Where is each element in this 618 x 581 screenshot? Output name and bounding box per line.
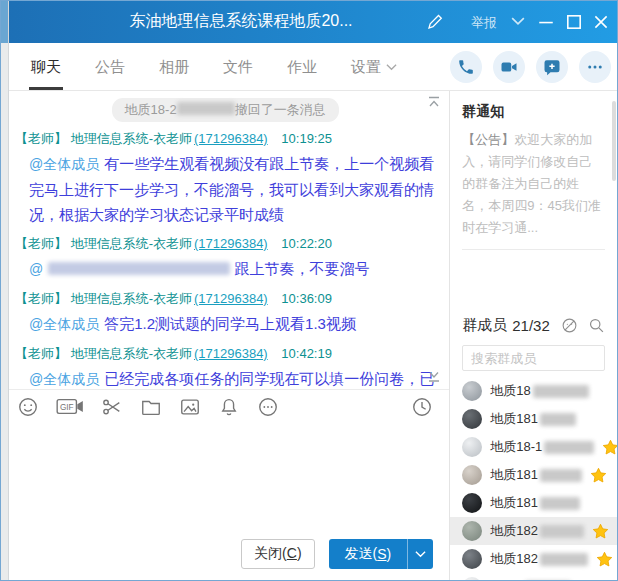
star-badge-icon [590, 467, 607, 484]
member-row[interactable]: 地质18-1 [450, 433, 617, 461]
member-avatar [462, 493, 482, 513]
member-row[interactable]: 地质181 [450, 405, 617, 433]
mute-all-icon[interactable] [561, 317, 578, 334]
member-row[interactable]: 地质181 [450, 489, 617, 517]
censored-name [544, 441, 594, 454]
members-title: 群成员 [462, 316, 507, 335]
star-badge-icon [596, 551, 613, 568]
message-history-clock-icon[interactable] [411, 396, 433, 418]
scroll-to-top-icon[interactable] [427, 96, 441, 108]
tab-bar: 聊天 公告 相册 文件 作业 设置 [1, 43, 617, 91]
members-count: 21/32 [512, 317, 550, 334]
message-time: 10:42:19 [281, 346, 332, 361]
sender-role: 【老师】 [15, 131, 67, 146]
send-button[interactable]: 发送(S) [329, 539, 434, 569]
report-button[interactable]: 举报 [471, 14, 497, 32]
titlebar-chevron-down-icon[interactable] [511, 16, 525, 26]
emoji-icon[interactable] [17, 396, 39, 418]
close-window-button[interactable] [592, 13, 610, 31]
group-notice-title[interactable]: 群通知 [462, 103, 605, 121]
more-tools-icon[interactable] [257, 396, 279, 418]
edit-title-icon[interactable] [426, 13, 444, 31]
chevron-down-icon [415, 550, 426, 558]
phone-icon [457, 58, 475, 76]
member-name: 地质18 [490, 382, 530, 400]
qq-group-chat-window: 东油地理信息系统课程地质20... 举报 聊天 公告 相册 文件 作业 设置 [0, 0, 618, 581]
sender-name[interactable]: 地理信息系统-衣老师 [71, 131, 192, 146]
message-time: 10:36:09 [281, 291, 332, 306]
bubble-plus-icon [543, 58, 561, 76]
tab-homework[interactable]: 作业 [285, 43, 319, 90]
member-row[interactable]: 地质2 [450, 573, 617, 580]
member-row-highlighted[interactable]: 地质182 [450, 517, 617, 545]
background-window-edge [1, 1, 9, 580]
mention-all[interactable]: @全体成员 [29, 156, 99, 172]
message-input-area[interactable] [1, 424, 449, 528]
mention-students[interactable]: @ [29, 261, 43, 277]
member-name: 地质182 [490, 522, 538, 540]
search-members-icon[interactable] [588, 317, 605, 334]
member-avatar [462, 549, 482, 569]
message-text: 跟上节奏，不要溜号 [234, 260, 369, 277]
tab-settings[interactable]: 设置 [349, 43, 399, 90]
member-name: 地质181 [490, 410, 538, 428]
recall-sender: 地质18-2 [125, 102, 177, 117]
sender-name[interactable]: 地理信息系统-衣老师 [71, 236, 192, 251]
chat-message: 【老师】 地理信息系统-衣老师(171296384) 10:19:25 @全体成… [15, 130, 435, 227]
member-avatar [462, 465, 482, 485]
sender-uid-link[interactable]: (171296384) [194, 131, 268, 146]
mention-all[interactable]: @全体成员 [29, 316, 99, 332]
member-search-input[interactable] [462, 345, 605, 371]
member-avatar [462, 381, 482, 401]
gif-label: GIF [60, 403, 74, 412]
member-name: 地质2 [490, 578, 523, 580]
member-avatar [462, 437, 482, 457]
tab-announcement[interactable]: 公告 [93, 43, 127, 90]
chat-message: 【老师】 地理信息系统-衣老师(171296384) 10:22:20 @ 跟上… [15, 235, 435, 282]
maximize-button[interactable] [565, 13, 583, 31]
send-image-icon[interactable] [179, 396, 201, 418]
group-notice-body[interactable]: 【公告】欢迎大家的加入，请同学们修改自己的群备注为自己的姓名，本周四9：45我们… [462, 129, 605, 239]
minimize-button[interactable] [537, 13, 555, 31]
notification-bell-icon[interactable] [218, 396, 240, 418]
sender-uid-link[interactable]: (171296384) [194, 346, 268, 361]
notice-tag: 【公告】 [462, 132, 514, 147]
mention-all[interactable]: @全体成员 [29, 371, 99, 387]
call-actions [450, 51, 617, 83]
sender-uid-link[interactable]: (171296384) [194, 236, 268, 251]
member-row[interactable]: 地质182 [450, 545, 617, 573]
star-badge-icon [602, 439, 617, 456]
chat-message: 【老师】 地理信息系统-衣老师(171296384) 10:42:19 @全体成… [15, 345, 435, 390]
sender-role: 【老师】 [15, 236, 67, 251]
chat-history[interactable]: 地质18-2撤回了一条消息 【老师】 地理信息系统-衣老师(171296384)… [1, 91, 449, 390]
member-row[interactable]: 地质181 [450, 461, 617, 489]
member-row[interactable]: 地质18 [450, 377, 617, 405]
more-actions-button[interactable] [579, 51, 611, 83]
close-chat-button[interactable]: 关闭(C) [241, 539, 314, 569]
members-header: 群成员 21/32 [462, 316, 605, 335]
titlebar[interactable]: 东油地理信息系统课程地质20... 举报 [1, 1, 617, 43]
sidebar-divider [462, 249, 605, 250]
gif-hot-pic-icon[interactable]: GIF [56, 396, 84, 418]
sender-uid-link[interactable]: (171296384) [194, 291, 268, 306]
video-call-button[interactable] [493, 51, 525, 83]
member-name: 地质182 [490, 550, 538, 568]
sender-name[interactable]: 地理信息系统-衣老师 [71, 291, 192, 306]
censored-name [540, 413, 576, 426]
star-badge-icon [592, 523, 609, 540]
tab-album[interactable]: 相册 [157, 43, 191, 90]
sender-name[interactable]: 地理信息系统-衣老师 [71, 346, 192, 361]
scroll-to-bottom-icon[interactable] [427, 371, 441, 383]
member-list: 地质18 地质181 地质18-1 地质181 [462, 377, 605, 580]
group-post-button[interactable] [536, 51, 568, 83]
screenshot-scissors-icon[interactable] [101, 396, 123, 418]
send-options-arrow[interactable] [407, 539, 433, 569]
send-file-folder-icon[interactable] [140, 396, 162, 418]
sidebar-scrollbar-thumb[interactable] [612, 101, 616, 181]
tab-files[interactable]: 文件 [221, 43, 255, 90]
member-avatar [462, 577, 482, 580]
video-camera-icon [500, 58, 518, 76]
voice-call-button[interactable] [450, 51, 482, 83]
tab-chat[interactable]: 聊天 [29, 43, 63, 90]
composer-toolbar: GIF [1, 390, 449, 424]
